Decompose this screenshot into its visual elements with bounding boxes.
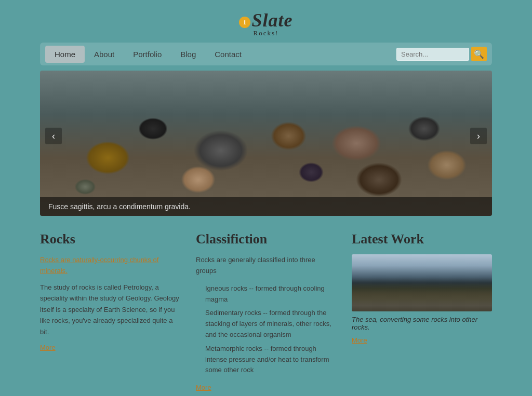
search-container: 🔍 <box>396 47 487 61</box>
search-input[interactable] <box>396 48 469 61</box>
rocks-body: The study of rocks is called Petrology, … <box>40 282 180 337</box>
latest-work-column: Latest Work The sea, converting some roc… <box>352 231 492 392</box>
main-content: Fusce sagittis, arcu a condimentum gravi… <box>40 71 492 396</box>
classification-title: Classifiction <box>196 231 336 247</box>
hero-slider: Fusce sagittis, arcu a condimentum gravi… <box>40 71 492 216</box>
classification-more-link[interactable]: More <box>196 384 211 391</box>
slider-image <box>40 71 492 216</box>
nav-wrapper: Home About Portfolio Blog Contact 🔍 <box>0 43 532 65</box>
classification-column: Classifiction Rocks are generally classi… <box>196 231 336 392</box>
nav-item-about[interactable]: About <box>85 46 124 63</box>
nav-item-home[interactable]: Home <box>45 46 85 63</box>
latest-work-caption: The sea, converting some rocks into othe… <box>352 316 492 331</box>
latest-work-more-link[interactable]: More <box>352 336 367 344</box>
classification-list: Igneous rocks -- formed through cooling … <box>196 282 336 377</box>
rocks-title: Rocks <box>40 231 180 247</box>
logo-badge: 1 <box>239 17 250 28</box>
logo-title: 1Slate <box>239 10 292 31</box>
nav-item-portfolio[interactable]: Portfolio <box>124 46 171 63</box>
rocks-column: Rocks Rocks are naturally-occurring chun… <box>40 231 180 392</box>
search-icon: 🔍 <box>474 49 484 59</box>
list-item: Igneous rocks -- formed through cooling … <box>196 282 336 307</box>
rocks-link[interactable]: Rocks are naturally-occurring chunks of … <box>40 256 158 275</box>
rocks-intro: Rocks are naturally-occurring chunks of … <box>40 254 180 277</box>
slider-prev-button[interactable]: ‹ <box>45 128 62 144</box>
list-item: Metamorphic rocks -- formed through inte… <box>196 342 336 377</box>
nav-item-blog[interactable]: Blog <box>171 46 205 63</box>
logo[interactable]: 1Slate Rocks! <box>239 9 292 37</box>
list-item: Sedimentary rocks -- formed through the … <box>196 306 336 342</box>
nav-bar: Home About Portfolio Blog Contact 🔍 <box>40 43 492 65</box>
slider-caption: Fusce sagittis, arcu a condimentum gravi… <box>40 197 492 216</box>
latest-work-image[interactable] <box>352 254 492 311</box>
three-column-section: Rocks Rocks are naturally-occurring chun… <box>40 231 492 396</box>
search-button[interactable]: 🔍 <box>471 47 487 61</box>
nav-item-contact[interactable]: Contact <box>205 46 251 63</box>
classification-intro: Rocks are generally classified into thre… <box>196 254 336 277</box>
latest-work-title: Latest Work <box>352 231 492 247</box>
rocks-more-link[interactable]: More <box>40 344 56 351</box>
slider-next-button[interactable]: › <box>470 128 487 144</box>
site-header: 1Slate Rocks! <box>0 0 532 43</box>
